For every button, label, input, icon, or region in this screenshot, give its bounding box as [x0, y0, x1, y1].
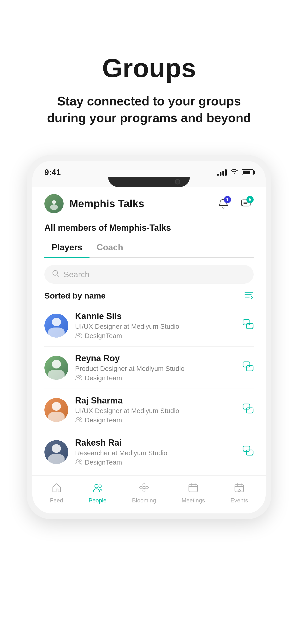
- phone-mockup-wrapper: 9:41: [0, 141, 298, 519]
- nav-meetings-label: Meetings: [182, 497, 205, 504]
- nav-blooming[interactable]: Blooming: [132, 482, 156, 504]
- member-name: Rakesh Rai: [75, 438, 167, 448]
- phone-screen: 9:41: [32, 161, 266, 514]
- group-avatar: [44, 194, 64, 213]
- member-name: Reyna Roy: [75, 354, 185, 364]
- svg-point-29: [143, 483, 145, 486]
- nav-events[interactable]: Events: [230, 482, 248, 504]
- nav-blooming-label: Blooming: [132, 497, 156, 504]
- notification-badge: 1: [224, 196, 231, 203]
- nav-events-label: Events: [230, 497, 248, 504]
- search-box[interactable]: Search: [44, 265, 254, 284]
- team-icon: [75, 332, 82, 340]
- member-role: UI/UX Designer at Mediyum Studio: [75, 323, 179, 330]
- header-left: Memphis Talks: [44, 194, 144, 213]
- search-placeholder: Search: [64, 270, 89, 279]
- svg-point-18: [77, 417, 79, 420]
- status-bar: 9:41: [32, 161, 266, 179]
- phone-frame: 9:41: [27, 155, 271, 519]
- svg-point-15: [79, 376, 81, 377]
- member-role: Product Designer at Mediyum Studio: [75, 365, 185, 372]
- tabs-row: Players Coach: [44, 238, 254, 258]
- svg-point-0: [52, 200, 56, 204]
- signal-icon: [217, 169, 227, 176]
- notch-area: [32, 177, 266, 187]
- svg-point-19: [79, 418, 81, 420]
- team-icon: [75, 458, 82, 466]
- member-list: Kannie Sils UI/UX Designer at Mediyum St…: [32, 304, 266, 473]
- page-title: Groups: [102, 53, 196, 83]
- events-icon: [234, 482, 244, 495]
- sort-label: Sorted by name: [44, 291, 106, 300]
- member-name: Raj Sharma: [75, 396, 179, 406]
- svg-point-26: [95, 484, 98, 488]
- svg-point-30: [143, 489, 145, 492]
- member-name: Kannie Sils: [75, 311, 179, 321]
- svg-point-14: [77, 375, 79, 378]
- messages-badge: 5: [246, 196, 254, 203]
- nav-feed-label: Feed: [50, 497, 63, 504]
- team-icon: [75, 374, 82, 382]
- svg-rect-33: [189, 485, 198, 492]
- status-time: 9:41: [44, 168, 61, 177]
- app-header: Memphis Talks 1: [32, 187, 266, 218]
- page-subtitle: Stay connected to your groups during you…: [41, 93, 257, 126]
- chat-button[interactable]: [243, 361, 254, 374]
- svg-point-11: [79, 333, 81, 335]
- chat-button[interactable]: [243, 319, 254, 332]
- people-icon: [92, 482, 103, 495]
- search-icon: [52, 269, 60, 279]
- svg-point-32: [145, 486, 148, 489]
- chat-button[interactable]: [243, 446, 254, 458]
- messages-button[interactable]: 5: [238, 196, 254, 211]
- team-icon: [75, 416, 82, 424]
- list-item[interactable]: Rakesh Rai Researcher at Mediyum Studio: [44, 431, 254, 473]
- sort-row: Sorted by name: [32, 284, 266, 304]
- list-item[interactable]: Raj Sharma UI/UX Designer at Mediyum Stu…: [44, 389, 254, 431]
- hero-section: Groups Stay connected to your groups dur…: [0, 0, 298, 141]
- meetings-icon: [188, 482, 198, 495]
- svg-point-10: [77, 333, 79, 336]
- nav-feed[interactable]: Feed: [50, 482, 63, 504]
- status-icons: [217, 168, 254, 176]
- member-role: UI/UX Designer at Mediyum Studio: [75, 407, 179, 415]
- svg-point-23: [79, 460, 81, 462]
- nav-meetings[interactable]: Meetings: [182, 482, 205, 504]
- notch: [108, 177, 190, 187]
- members-section: All members of Memphis-Talks Players Coa…: [32, 218, 266, 258]
- svg-point-31: [139, 486, 143, 489]
- svg-point-27: [99, 485, 101, 488]
- list-item[interactable]: Reyna Roy Product Designer at Mediyum St…: [44, 347, 254, 389]
- nav-people[interactable]: People: [89, 482, 106, 504]
- tab-coach[interactable]: Coach: [89, 238, 130, 257]
- svg-point-1: [50, 204, 58, 210]
- blooming-icon: [139, 482, 149, 495]
- list-item[interactable]: Kannie Sils UI/UX Designer at Mediyum St…: [44, 304, 254, 347]
- svg-rect-37: [235, 485, 244, 492]
- notification-button[interactable]: 1: [216, 196, 231, 211]
- avatar: [44, 440, 68, 464]
- svg-point-22: [77, 460, 79, 462]
- home-icon: [51, 482, 62, 495]
- bottom-nav: Feed People: [32, 475, 266, 514]
- avatar: [44, 356, 68, 380]
- nav-people-label: People: [89, 497, 106, 504]
- members-title: All members of Memphis-Talks: [44, 223, 254, 233]
- battery-icon: [242, 169, 254, 176]
- avatar: [44, 398, 68, 422]
- chat-button[interactable]: [243, 404, 254, 416]
- group-name: Memphis Talks: [69, 198, 144, 210]
- tab-players[interactable]: Players: [44, 238, 89, 257]
- svg-line-6: [57, 274, 59, 276]
- sort-icon[interactable]: [244, 290, 254, 301]
- wifi-icon: [230, 168, 238, 176]
- avatar: [44, 314, 68, 338]
- svg-point-28: [143, 486, 145, 489]
- header-actions: 1 5: [216, 196, 254, 211]
- member-role: Researcher at Mediyum Studio: [75, 449, 167, 457]
- search-container: Search: [32, 258, 266, 284]
